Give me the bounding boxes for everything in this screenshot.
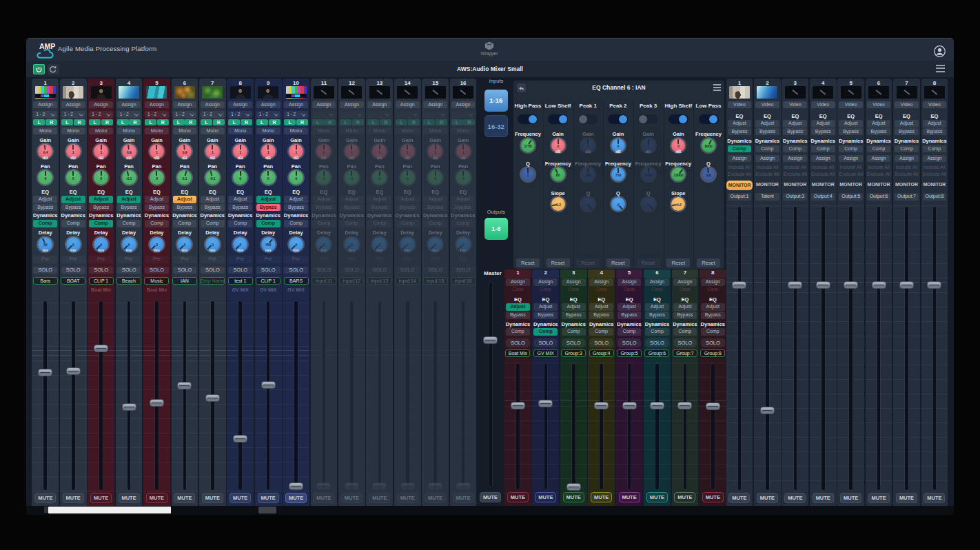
svg-text:AMP: AMP — [39, 42, 55, 50]
